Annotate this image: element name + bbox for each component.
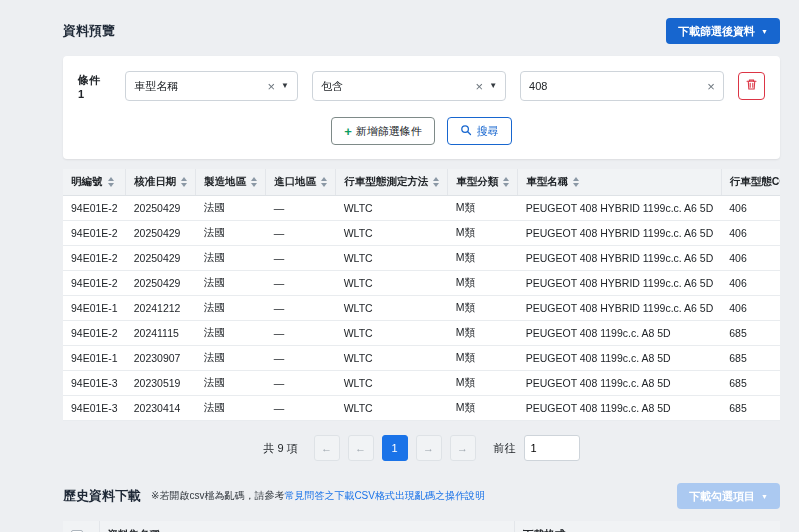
table-cell: —	[266, 246, 336, 271]
column-header[interactable]: 行車型態測定方法	[336, 169, 448, 196]
table-cell: 法國	[196, 321, 266, 346]
table-cell: 685	[721, 346, 780, 371]
table-row: 94E01E-320230519法國—WLTCM類PEUGEOT 408 119…	[63, 371, 780, 396]
table-row: 94E01E-320230414法國—WLTCM類PEUGEOT 408 119…	[63, 396, 780, 421]
table-cell: PEUGEOT 408 HYBRID 1199c.c. A6 5D	[518, 271, 722, 296]
table-cell: WLTC	[336, 196, 448, 221]
sort-icon[interactable]	[321, 177, 327, 187]
table-cell: 94E01E-3	[63, 396, 126, 421]
table-cell: 20230907	[126, 346, 196, 371]
sort-icon[interactable]	[433, 177, 439, 187]
sort-icon[interactable]	[108, 177, 114, 187]
history-section-header: 歷史資料下載 ※若開啟csv檔為亂碼，請參考常見問答之下載CSV格式出現亂碼之操…	[63, 483, 780, 509]
preview-table-scroll-area[interactable]: 明編號核准日期製造地區進口地區行車型態測定方法車型分類車型名稱行車型態CO行車型…	[63, 169, 780, 421]
table-cell: WLTC	[336, 346, 448, 371]
table-cell: PEUGEOT 408 HYBRID 1199c.c. A6 5D	[518, 196, 722, 221]
next-page-button[interactable]: →	[416, 435, 442, 461]
table-cell: 20230414	[126, 396, 196, 421]
filter-operator-select[interactable]: 包含 × ▼	[312, 71, 506, 101]
history-column-dataset-name: 資料集名稱	[99, 521, 515, 532]
delete-filter-button[interactable]	[738, 72, 765, 100]
page-number-button[interactable]: 1	[382, 435, 408, 461]
search-button[interactable]: 搜尋	[447, 117, 512, 145]
column-header[interactable]: 明編號	[63, 169, 126, 196]
table-cell: 20250429	[126, 196, 196, 221]
table-cell: 法國	[196, 371, 266, 396]
column-header[interactable]: 進口地區	[266, 169, 336, 196]
preview-table-body: 94E01E-220250429法國—WLTCM類PEUGEOT 408 HYB…	[63, 196, 780, 421]
table-cell: M類	[448, 246, 518, 271]
goto-label: 前往	[494, 441, 516, 456]
column-header[interactable]: 車型分類	[448, 169, 518, 196]
condition-label: 條件1	[78, 73, 105, 100]
table-cell: WLTC	[336, 271, 448, 296]
table-cell: WLTC	[336, 321, 448, 346]
table-cell: 法國	[196, 271, 266, 296]
download-filtered-button[interactable]: 下載篩選後資料 ▼	[666, 18, 780, 44]
table-cell: —	[266, 396, 336, 421]
table-cell: 94E01E-1	[63, 346, 126, 371]
table-row: 94E01E-220250429法國—WLTCM類PEUGEOT 408 HYB…	[63, 246, 780, 271]
last-page-button[interactable]: →	[450, 435, 476, 461]
clear-icon[interactable]: ×	[476, 80, 484, 93]
table-cell: M類	[448, 396, 518, 421]
column-header[interactable]: 車型名稱	[518, 169, 722, 196]
download-checked-button[interactable]: 下載勾選項目 ▼	[677, 483, 780, 509]
table-cell: 20230519	[126, 371, 196, 396]
goto-page-input[interactable]	[524, 435, 580, 461]
preview-table-head-row: 明編號核准日期製造地區進口地區行車型態測定方法車型分類車型名稱行車型態CO行車型…	[63, 169, 780, 196]
table-cell: 20250429	[126, 221, 196, 246]
table-cell: 406	[721, 296, 780, 321]
chevron-down-icon: ▼	[761, 493, 768, 500]
trash-icon	[745, 78, 758, 94]
table-cell: 685	[721, 396, 780, 421]
table-cell: WLTC	[336, 221, 448, 246]
table-cell: 685	[721, 321, 780, 346]
filter-value-box: ×	[520, 71, 724, 101]
table-cell: —	[266, 196, 336, 221]
chevron-down-icon: ▼	[489, 82, 497, 90]
sort-icon[interactable]	[573, 177, 579, 187]
table-cell: 法國	[196, 246, 266, 271]
table-cell: 685	[721, 371, 780, 396]
sort-icon[interactable]	[503, 177, 509, 187]
prev-page-button[interactable]: ←	[348, 435, 374, 461]
table-cell: 94E01E-1	[63, 296, 126, 321]
column-header[interactable]: 行車型態CO	[721, 169, 780, 196]
download-checked-label: 下載勾選項目	[689, 489, 755, 504]
table-row: 94E01E-220241115法國—WLTCM類PEUGEOT 408 119…	[63, 321, 780, 346]
history-note-text: ※若開啟csv檔為亂碼，請參考	[151, 490, 284, 501]
table-cell: 20241115	[126, 321, 196, 346]
table-cell: PEUGEOT 408 HYBRID 1199c.c. A6 5D	[518, 246, 722, 271]
table-cell: M類	[448, 371, 518, 396]
clear-icon[interactable]: ×	[707, 80, 715, 93]
history-table: 資料集名稱 下載格式	[63, 521, 780, 532]
history-title: 歷史資料下載	[63, 487, 141, 505]
chevron-down-icon: ▼	[761, 28, 768, 35]
filter-value-input[interactable]	[529, 80, 701, 92]
table-cell: 20241212	[126, 296, 196, 321]
table-cell: M類	[448, 346, 518, 371]
table-cell: PEUGEOT 408 1199c.c. A8 5D	[518, 321, 722, 346]
table-cell: 406	[721, 271, 780, 296]
table-cell: WLTC	[336, 371, 448, 396]
table-cell: 20250429	[126, 246, 196, 271]
first-page-button[interactable]: ←	[314, 435, 340, 461]
table-cell: 94E01E-2	[63, 221, 126, 246]
sort-icon[interactable]	[181, 177, 187, 187]
table-cell: 法國	[196, 196, 266, 221]
add-filter-button[interactable]: + 新增篩選條件	[331, 117, 435, 145]
column-header[interactable]: 製造地區	[196, 169, 266, 196]
table-cell: 406	[721, 246, 780, 271]
table-cell: —	[266, 321, 336, 346]
table-cell: —	[266, 271, 336, 296]
page: 資料預覽 下載篩選後資料 ▼ 條件1 車型名稱 × ▼ 包含 × ▼ ×	[0, 0, 799, 532]
history-note-link[interactable]: 常見問答之下載CSV格式出現亂碼之操作說明	[284, 490, 485, 501]
sort-icon[interactable]	[251, 177, 257, 187]
table-cell: 法國	[196, 346, 266, 371]
table-cell: 法國	[196, 396, 266, 421]
filter-field-select[interactable]: 車型名稱 × ▼	[125, 71, 298, 101]
clear-icon[interactable]: ×	[267, 80, 275, 93]
total-count-label: 共 9 項	[263, 441, 297, 456]
column-header[interactable]: 核准日期	[126, 169, 196, 196]
